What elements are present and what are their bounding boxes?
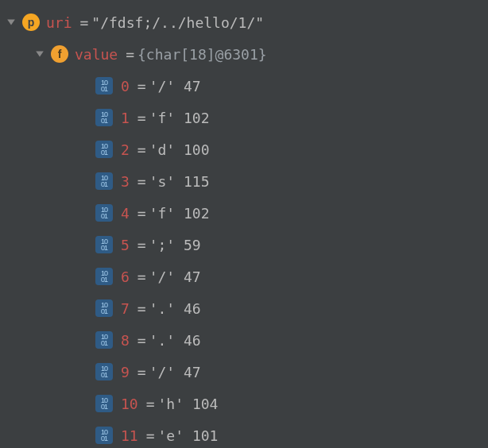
char-value: ';' 59 [149,237,201,253]
char-value: 'f' 102 [149,205,210,222]
variable-value: {char[18]@6301} [137,46,267,63]
char-value: '/' 47 [149,364,201,380]
array-element-row[interactable]: 10016='/' 47 [0,261,488,292]
array-index: 2 [121,141,130,158]
array-element-row[interactable]: 100111='e' 101 [0,419,488,448]
array-index: 10 [121,396,138,412]
equals-sign: = [137,110,146,126]
primitive-icon: 1001 [95,172,113,190]
field-icon: f [51,45,68,63]
variable-value: "/fdsf;/../hello/1/" [91,14,264,31]
equals-sign: = [80,14,89,31]
char-value: 'f' 102 [149,110,210,126]
equals-sign: = [137,300,146,317]
primitive-icon: 1001 [95,268,113,285]
array-element-row[interactable]: 10014='f' 102 [0,197,488,229]
primitive-icon: 1001 [95,204,113,222]
array-index: 9 [121,364,130,380]
array-element-row[interactable]: 10012='d' 100 [0,133,488,165]
array-index: 3 [121,173,130,190]
char-value: 'h' 104 [158,396,219,412]
equals-sign: = [137,268,146,285]
array-index: 7 [121,300,130,317]
equals-sign: = [137,205,146,222]
char-value: '/' 47 [149,268,201,285]
primitive-icon: 1001 [95,236,113,253]
primitive-icon: 1001 [95,331,113,349]
array-index: 1 [121,110,130,126]
expand-arrow-icon[interactable] [5,16,17,29]
equals-sign: = [137,364,146,380]
array-element-row[interactable]: 10017='.' 46 [0,292,488,324]
equals-sign: = [126,46,134,63]
array-element-row[interactable]: 100110='h' 104 [0,388,488,419]
array-element-row[interactable]: 10019='/' 47 [0,356,488,388]
expand-arrow-icon[interactable] [33,48,46,60]
parameter-icon: p [22,14,40,31]
variable-name: uri [46,14,72,31]
array-element-row[interactable]: 10018='.' 46 [0,324,488,356]
primitive-icon: 1001 [95,395,113,412]
char-value: '.' 46 [149,332,201,349]
primitive-icon: 1001 [95,109,113,126]
array-element-row[interactable]: 10011='f' 102 [0,102,488,133]
primitive-icon: 1001 [95,427,113,444]
variable-row-value[interactable]: f value = {char[18]@6301} [0,38,488,70]
variable-row-uri[interactable]: p uri = "/fdsf;/../hello/1/" [0,6,488,38]
equals-sign: = [137,173,146,190]
char-value: 's' 115 [149,173,210,190]
primitive-icon: 1001 [95,141,113,158]
char-value: '.' 46 [149,300,201,317]
char-array-list: 10010='/' 4710011='f' 10210012='d' 10010… [0,70,488,448]
array-index: 11 [121,427,138,444]
equals-sign: = [146,396,155,412]
array-index: 4 [121,205,130,222]
char-value: 'd' 100 [149,141,210,158]
char-value: 'e' 101 [158,427,219,444]
equals-sign: = [137,237,146,253]
array-element-row[interactable]: 10013='s' 115 [0,165,488,197]
equals-sign: = [137,332,146,349]
primitive-icon: 1001 [95,299,113,317]
variable-name: value [75,46,118,63]
array-index: 6 [121,268,130,285]
array-element-row[interactable]: 10015=';' 59 [0,229,488,261]
equals-sign: = [137,78,146,95]
array-element-row[interactable]: 10010='/' 47 [0,70,488,102]
equals-sign: = [146,427,155,444]
primitive-icon: 1001 [95,77,113,95]
array-index: 5 [121,237,130,253]
array-index: 8 [121,332,130,349]
array-index: 0 [121,78,130,95]
equals-sign: = [137,141,146,158]
primitive-icon: 1001 [95,363,113,380]
char-value: '/' 47 [149,78,201,95]
